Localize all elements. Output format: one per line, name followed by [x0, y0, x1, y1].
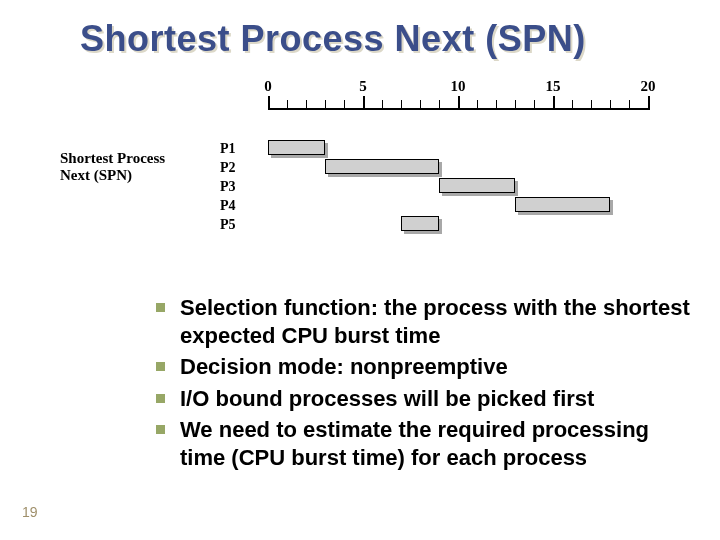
gantt-bar-p1 — [268, 140, 325, 155]
process-label: P2 — [220, 160, 260, 176]
axis-tick-label: 15 — [546, 78, 561, 95]
slide-title: Shortest Process Next (SPN) — [80, 18, 586, 60]
bullet-item: I/O bound processes will be picked first — [150, 385, 690, 413]
gantt-chart: P1 P2 P3 P4 P5 — [220, 140, 670, 235]
bullet-list: Selection function: the process with the… — [110, 294, 690, 475]
process-label: P3 — [220, 179, 260, 195]
gantt-bar-p5 — [401, 216, 439, 231]
process-label: P5 — [220, 217, 260, 233]
bullet-item: Decision mode: nonpreemptive — [150, 353, 690, 381]
bullet-item: Selection function: the process with the… — [150, 294, 690, 349]
axis-tick-label: 20 — [641, 78, 656, 95]
gantt-row-p5: P5 — [220, 216, 670, 234]
bullet-item: We need to estimate the required process… — [150, 416, 690, 471]
timeline-axis: 05101520 — [268, 88, 668, 138]
gantt-row-p2: P2 — [220, 159, 670, 177]
axis-tick-label: 10 — [451, 78, 466, 95]
figure-side-label-line1: Shortest Process — [60, 150, 165, 166]
gantt-bar-p4 — [515, 197, 610, 212]
gantt-row-p1: P1 — [220, 140, 670, 158]
figure-side-label-line2: Next (SPN) — [60, 167, 132, 183]
axis-tick-label: 5 — [359, 78, 367, 95]
process-label: P1 — [220, 141, 260, 157]
gantt-bar-p3 — [439, 178, 515, 193]
gantt-bar-p2 — [325, 159, 439, 174]
page-number: 19 — [22, 504, 38, 520]
axis-tick-label: 0 — [264, 78, 272, 95]
process-label: P4 — [220, 198, 260, 214]
gantt-row-p3: P3 — [220, 178, 670, 196]
figure-side-label: Shortest Process Next (SPN) — [60, 150, 165, 185]
gantt-row-p4: P4 — [220, 197, 670, 215]
